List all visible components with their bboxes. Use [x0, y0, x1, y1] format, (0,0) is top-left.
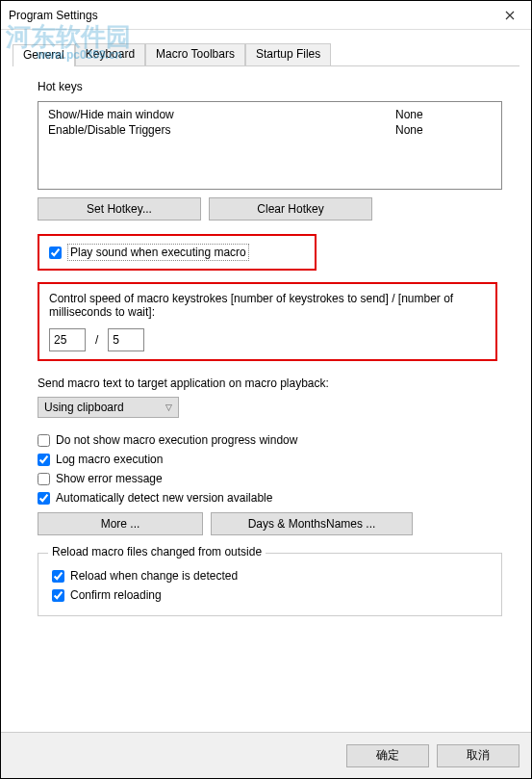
- hotkeys-label: Hot keys: [38, 80, 502, 93]
- sendmode-select[interactable]: Using clipboard ▽: [38, 397, 179, 418]
- ok-button[interactable]: 确定: [346, 744, 429, 767]
- auto-update-checkbox[interactable]: [38, 492, 50, 505]
- auto-update-label: Automatically detect new version availab…: [56, 491, 272, 505]
- play-sound-checkbox-row[interactable]: Play sound when executing macro: [49, 244, 305, 261]
- close-icon: [505, 11, 515, 20]
- hotkey-row[interactable]: Show/Hide main window None: [48, 108, 492, 121]
- log-exec-checkbox[interactable]: [38, 454, 50, 466]
- play-sound-checkbox[interactable]: [49, 247, 62, 259]
- reload-confirm-label: Confirm reloading: [70, 588, 162, 602]
- hotkey-row[interactable]: Enable/Disable Triggers None: [48, 123, 492, 137]
- dialog-button-bar: 确定 取消: [1, 732, 531, 778]
- tab-bar: General Keyboard Macro Toolbars Startup …: [13, 43, 519, 66]
- hide-progress-label: Do not show macro execution progress win…: [56, 433, 297, 447]
- hotkey-value: None: [395, 108, 492, 121]
- reload-detect-checkbox[interactable]: [52, 570, 64, 583]
- reload-confirm-row[interactable]: Confirm reloading: [52, 588, 488, 602]
- hide-progress-row[interactable]: Do not show macro execution progress win…: [38, 433, 502, 447]
- log-exec-row[interactable]: Log macro execution: [38, 453, 502, 466]
- hide-progress-checkbox[interactable]: [38, 434, 50, 447]
- sendmode-label: Send macro text to target application on…: [38, 377, 502, 390]
- play-sound-label: Play sound when executing macro: [67, 244, 249, 261]
- set-hotkey-button[interactable]: Set Hotkey...: [38, 197, 201, 221]
- hotkeys-list[interactable]: Show/Hide main window None Enable/Disabl…: [38, 101, 502, 190]
- show-err-label: Show error message: [56, 472, 163, 485]
- sendmode-value: Using clipboard: [44, 401, 124, 414]
- chevron-down-icon: ▽: [165, 402, 172, 412]
- show-err-checkbox[interactable]: [38, 473, 50, 485]
- tab-macro-toolbars[interactable]: Macro Toolbars: [145, 43, 245, 65]
- clear-hotkey-button[interactable]: Clear Hotkey: [209, 197, 372, 221]
- speed-separator: /: [95, 333, 98, 347]
- reload-legend: Reload macro files changed from outside: [48, 545, 266, 558]
- log-exec-label: Log macro execution: [56, 453, 163, 466]
- reload-confirm-checkbox[interactable]: [52, 589, 64, 602]
- hotkey-name: Show/Hide main window: [48, 108, 395, 121]
- tab-keyboard[interactable]: Keyboard: [75, 43, 145, 65]
- reload-detect-row[interactable]: Reload when change is detected: [52, 569, 488, 583]
- close-button[interactable]: [488, 1, 531, 30]
- hotkey-value: None: [395, 123, 492, 137]
- reload-detect-label: Reload when change is detected: [70, 569, 238, 583]
- tab-general[interactable]: General: [13, 44, 75, 66]
- cancel-button[interactable]: 取消: [437, 744, 519, 767]
- reload-group: Reload macro files changed from outside …: [38, 553, 502, 616]
- title-bar: Program Settings: [1, 1, 531, 30]
- keystrokes-input[interactable]: [49, 328, 86, 351]
- more-button[interactable]: More ...: [38, 512, 203, 535]
- speed-label: Control speed of macro keystrokes [numbe…: [49, 292, 486, 319]
- window-title: Program Settings: [9, 9, 98, 22]
- milliseconds-input[interactable]: [108, 328, 144, 351]
- hotkey-name: Enable/Disable Triggers: [48, 123, 395, 137]
- auto-update-row[interactable]: Automatically detect new version availab…: [38, 491, 502, 505]
- tab-startup-files[interactable]: Startup Files: [245, 43, 331, 65]
- days-months-button[interactable]: Days & MonthsNames ...: [211, 512, 413, 535]
- show-err-row[interactable]: Show error message: [38, 472, 502, 485]
